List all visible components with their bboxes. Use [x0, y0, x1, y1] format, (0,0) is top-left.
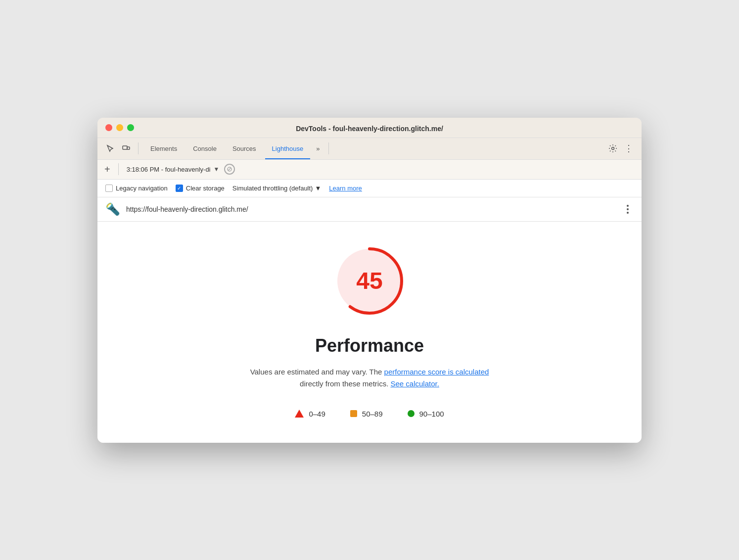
devtools-toolbar: Elements Console Sources Lighthouse » ⋮ [97, 138, 642, 160]
lighthouse-favicon: 🔦 [105, 202, 120, 216]
toolbar-divider [138, 142, 139, 154]
tab-elements[interactable]: Elements [143, 138, 184, 159]
url-display: 3:18:06 PM - foul-heavenly-di ▼ [127, 166, 220, 173]
clear-storage-label: Clear storage [186, 185, 225, 192]
legend-item-red: 0–49 [295, 410, 325, 418]
settings-button[interactable] [606, 141, 620, 155]
secondary-toolbar: + 3:18:06 PM - foul-heavenly-di ▼ [97, 160, 642, 180]
legend-green-range: 90–100 [419, 410, 444, 418]
title-bar: DevTools - foul-heavenly-direction.glitc… [97, 118, 642, 138]
tab-console[interactable]: Console [186, 138, 224, 159]
main-content: 45 Performance Values are estimated and … [97, 222, 642, 443]
cursor-icon [106, 144, 114, 152]
legacy-nav-label: Legacy navigation [116, 185, 168, 192]
url-dropdown-arrow[interactable]: ▼ [214, 166, 220, 173]
description-text: Values are estimated and may vary. The p… [250, 366, 489, 390]
ban-icon [227, 167, 232, 172]
legend-item-orange: 50–89 [350, 410, 383, 418]
score-value: 45 [356, 269, 382, 293]
close-button[interactable] [105, 124, 112, 131]
dot-2 [627, 208, 629, 210]
orange-square-icon [350, 410, 357, 417]
throttling-dropdown[interactable]: Simulated throttling (default) ▼ [232, 185, 321, 192]
options-bar: Legacy navigation ✓ Clear storage Simula… [97, 180, 642, 197]
dot-1 [627, 205, 629, 207]
learn-more-link[interactable]: Learn more [329, 185, 362, 192]
legacy-nav-option[interactable]: Legacy navigation [105, 185, 168, 192]
performance-score-link[interactable]: performance score is calculated [384, 368, 489, 376]
red-triangle-icon [295, 410, 304, 418]
description-prefix: Values are estimated and may vary. The [250, 368, 384, 376]
svg-rect-0 [123, 146, 127, 149]
performance-title: Performance [315, 335, 424, 356]
gear-icon [608, 144, 617, 153]
legend-item-green: 90–100 [408, 410, 444, 418]
green-circle-icon [408, 410, 415, 417]
score-inner: 45 [356, 269, 382, 293]
description-middle: directly from these metrics. [300, 379, 388, 388]
svg-rect-1 [127, 147, 130, 149]
legend-orange-range: 50–89 [362, 410, 383, 418]
maximize-button[interactable] [127, 124, 134, 131]
more-options-button[interactable]: ⋮ [622, 141, 636, 155]
session-url-text: 3:18:06 PM - foul-heavenly-di [127, 166, 211, 173]
svg-line-4 [228, 168, 231, 171]
page-url: https://foul-heavenly-direction.glitch.m… [126, 205, 616, 213]
inspect-element-button[interactable] [103, 141, 117, 155]
clear-storage-checkbox[interactable]: ✓ [176, 185, 183, 192]
traffic-lights [105, 124, 134, 131]
more-tabs-button[interactable]: » [312, 145, 323, 152]
browser-window: DevTools - foul-heavenly-direction.glitc… [97, 118, 642, 443]
device-toggle-button[interactable] [119, 141, 133, 155]
device-icon [122, 144, 130, 152]
toolbar-divider-2 [328, 142, 329, 154]
vertical-dots-icon: ⋮ [624, 143, 633, 154]
stop-button[interactable] [224, 164, 235, 175]
calculator-link[interactable]: See calculator. [390, 379, 439, 388]
svg-point-2 [612, 147, 614, 150]
add-tab-button[interactable]: + [104, 164, 110, 174]
tab-sources[interactable]: Sources [226, 138, 263, 159]
throttling-arrow: ▼ [315, 185, 321, 192]
window-title: DevTools - foul-heavenly-direction.glitc… [296, 125, 443, 133]
url-row: 🔦 https://foul-heavenly-direction.glitch… [97, 197, 642, 222]
minimize-button[interactable] [116, 124, 123, 131]
tab-lighthouse[interactable]: Lighthouse [265, 138, 311, 159]
secondary-divider [118, 163, 119, 175]
throttling-label: Simulated throttling (default) [232, 185, 313, 192]
legacy-nav-checkbox[interactable] [105, 185, 113, 192]
url-row-more-button[interactable] [622, 205, 634, 214]
legend: 0–49 50–89 90–100 [295, 410, 444, 418]
clear-storage-option[interactable]: ✓ Clear storage [176, 185, 225, 192]
dot-3 [627, 212, 629, 214]
score-container: 45 [330, 241, 409, 321]
legend-red-range: 0–49 [309, 410, 325, 418]
